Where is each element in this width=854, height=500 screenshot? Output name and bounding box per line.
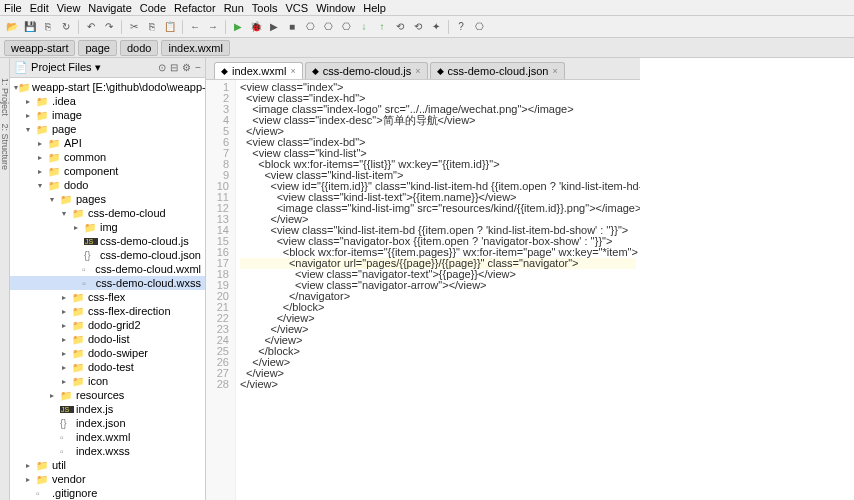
- cut-icon[interactable]: ✂: [126, 19, 142, 35]
- code-area: 1234567891011121314151617181920212223242…: [206, 80, 640, 500]
- tree-item[interactable]: ▸📁.idea: [10, 94, 205, 108]
- menu-vcs[interactable]: VCS: [286, 2, 309, 14]
- code-line[interactable]: </view>: [240, 368, 636, 379]
- coverage-icon[interactable]: ▶: [266, 19, 282, 35]
- tree-item[interactable]: ▸📁dodo-test: [10, 360, 205, 374]
- tree-item[interactable]: ▸📁dodo-list: [10, 332, 205, 346]
- vcs-icon[interactable]: ↓: [356, 19, 372, 35]
- tab-file-icon: ◆: [221, 66, 228, 76]
- open-icon[interactable]: 📂: [4, 19, 20, 35]
- menu-refactor[interactable]: Refactor: [174, 2, 216, 14]
- gear-icon[interactable]: ⚙: [182, 62, 191, 73]
- arrow-icon: ▸: [50, 391, 60, 400]
- tree-item[interactable]: ▸📁API: [10, 136, 205, 150]
- tree-item[interactable]: ▫.gitignore: [10, 486, 205, 500]
- arrow-icon: ▸: [26, 111, 36, 120]
- forward-icon[interactable]: →: [205, 19, 221, 35]
- menu-help[interactable]: Help: [363, 2, 386, 14]
- revert-icon[interactable]: ⟲: [410, 19, 426, 35]
- breadcrumb-item[interactable]: index.wxml: [161, 40, 229, 56]
- tree-item[interactable]: ▾📁pages: [10, 192, 205, 206]
- folder-icon: 📁: [60, 390, 74, 401]
- close-icon[interactable]: ×: [290, 66, 295, 76]
- tree-item[interactable]: ▾📁page: [10, 122, 205, 136]
- menu-edit[interactable]: Edit: [30, 2, 49, 14]
- code-line[interactable]: </view>: [240, 357, 636, 368]
- tree-item-label: index.js: [76, 403, 113, 415]
- tbtn-icon[interactable]: ⎔: [471, 19, 487, 35]
- code-editor[interactable]: <view class="index"> <view class="index-…: [236, 80, 640, 500]
- tree-item[interactable]: {}css-demo-cloud.json: [10, 248, 205, 262]
- tree-item[interactable]: ▫index.wxml: [10, 430, 205, 444]
- code-line[interactable]: </view>: [240, 379, 636, 390]
- tree-item[interactable]: JScss-demo-cloud.js: [10, 234, 205, 248]
- tree-item[interactable]: ▸📁common: [10, 150, 205, 164]
- tbtn-icon[interactable]: ✦: [428, 19, 444, 35]
- editor-tab[interactable]: ◆css-demo-cloud.json×: [430, 62, 565, 79]
- tree-item[interactable]: {}index.json: [10, 416, 205, 430]
- copy-icon[interactable]: ⎘: [144, 19, 160, 35]
- tbtn-icon[interactable]: ⎔: [338, 19, 354, 35]
- debug-icon[interactable]: 🐞: [248, 19, 264, 35]
- menu-view[interactable]: View: [57, 2, 81, 14]
- left-gutter[interactable]: 1: Project 2: Structure: [0, 58, 10, 500]
- paste-icon[interactable]: 📋: [162, 19, 178, 35]
- tree-item[interactable]: ▸📁vendor: [10, 472, 205, 486]
- menu-navigate[interactable]: Navigate: [88, 2, 131, 14]
- arrow-icon: ▸: [62, 293, 72, 302]
- folder-icon: 📁: [36, 124, 50, 135]
- tree-item[interactable]: ▾📁weapp-start [E:\github\dodo\weapp-star…: [10, 80, 205, 94]
- menu-code[interactable]: Code: [140, 2, 166, 14]
- autoscroll-icon[interactable]: ⊙: [158, 62, 166, 73]
- back-icon[interactable]: ←: [187, 19, 203, 35]
- tree-item[interactable]: ▾📁css-demo-cloud: [10, 206, 205, 220]
- tree-item[interactable]: ▸📁img: [10, 220, 205, 234]
- tree-item[interactable]: ▸📁css-flex: [10, 290, 205, 304]
- collapse-icon[interactable]: ⊟: [170, 62, 178, 73]
- tbtn-icon[interactable]: ⎔: [320, 19, 336, 35]
- tree-item[interactable]: ▸📁util: [10, 458, 205, 472]
- tree-item[interactable]: ▫css-demo-cloud.wxss: [10, 276, 205, 290]
- editor-tab[interactable]: ◆index.wxml×: [214, 62, 303, 79]
- tree-item[interactable]: ▸📁dodo-swiper: [10, 346, 205, 360]
- run-icon[interactable]: ▶: [230, 19, 246, 35]
- menu-file[interactable]: File: [4, 2, 22, 14]
- close-icon[interactable]: ×: [552, 66, 557, 76]
- tree-item[interactable]: JSindex.js: [10, 402, 205, 416]
- code-line[interactable]: <view class="index-desc">简单的导航</view>: [240, 115, 636, 126]
- breadcrumb-item[interactable]: page: [78, 40, 116, 56]
- menu-window[interactable]: Window: [316, 2, 355, 14]
- breadcrumb-item[interactable]: dodo: [120, 40, 158, 56]
- project-tree[interactable]: ▾📁weapp-start [E:\github\dodo\weapp-star…: [10, 78, 205, 500]
- tbtn-icon[interactable]: ⎔: [302, 19, 318, 35]
- editor-tab[interactable]: ◆css-demo-cloud.js×: [305, 62, 428, 79]
- tree-item[interactable]: ▸📁css-flex-direction: [10, 304, 205, 318]
- breadcrumb-item[interactable]: weapp-start: [4, 40, 75, 56]
- minimize-icon[interactable]: −: [195, 62, 201, 73]
- history-icon[interactable]: ⟲: [392, 19, 408, 35]
- tree-item[interactable]: ▾📁dodo: [10, 178, 205, 192]
- menu-run[interactable]: Run: [224, 2, 244, 14]
- code-line[interactable]: </block>: [240, 346, 636, 357]
- toolbar: 📂 💾 ⎘ ↻ ↶ ↷ ✂ ⎘ 📋 ← → ▶ 🐞 ▶ ■ ⎔ ⎔ ⎔ ↓ ↑ …: [0, 16, 854, 38]
- folder-icon: 📁: [36, 460, 50, 471]
- stop-icon[interactable]: ■: [284, 19, 300, 35]
- refresh-icon[interactable]: ↻: [58, 19, 74, 35]
- tree-item[interactable]: ▫index.wxss: [10, 444, 205, 458]
- folder-icon: 📁: [72, 320, 86, 331]
- menu-tools[interactable]: Tools: [252, 2, 278, 14]
- help-icon[interactable]: ?: [453, 19, 469, 35]
- tree-item[interactable]: ▸📁resources: [10, 388, 205, 402]
- redo-icon[interactable]: ↷: [101, 19, 117, 35]
- undo-icon[interactable]: ↶: [83, 19, 99, 35]
- close-icon[interactable]: ×: [415, 66, 420, 76]
- saveall-icon[interactable]: ⎘: [40, 19, 56, 35]
- tree-item[interactable]: ▫css-demo-cloud.wxml: [10, 262, 205, 276]
- tree-item[interactable]: ▸📁icon: [10, 374, 205, 388]
- vcs-icon[interactable]: ↑: [374, 19, 390, 35]
- tree-item-label: image: [52, 109, 82, 121]
- tree-item[interactable]: ▸📁image: [10, 108, 205, 122]
- save-icon[interactable]: 💾: [22, 19, 38, 35]
- tree-item[interactable]: ▸📁dodo-grid2: [10, 318, 205, 332]
- tree-item[interactable]: ▸📁component: [10, 164, 205, 178]
